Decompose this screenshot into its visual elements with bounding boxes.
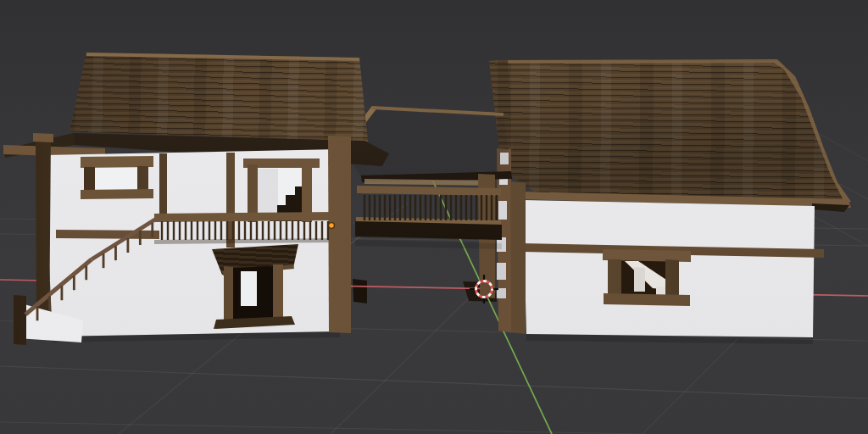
3d-viewport[interactable] (0, 0, 868, 434)
scene-objects (0, 0, 868, 434)
